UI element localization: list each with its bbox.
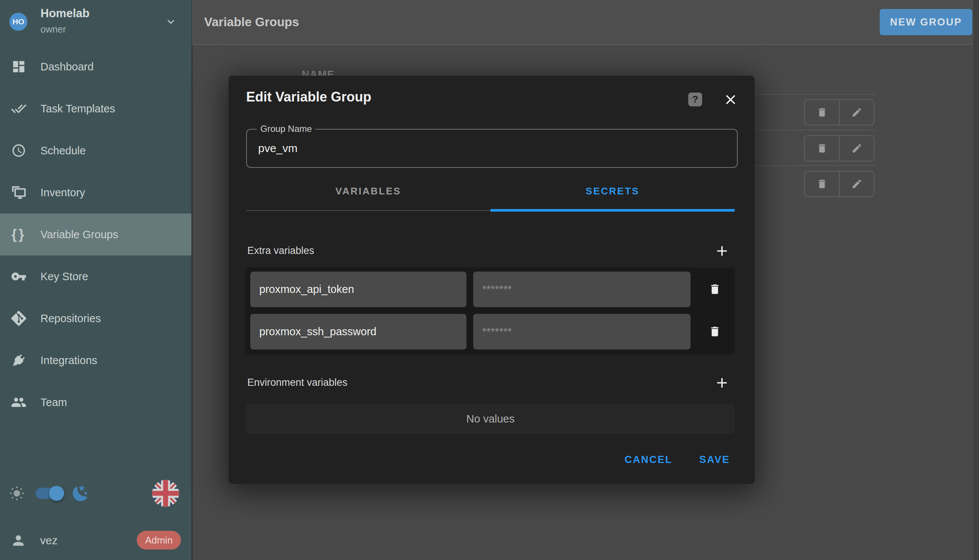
sidebar-item-key-store[interactable]: Key Store bbox=[0, 255, 192, 297]
group-name-field: Group Name bbox=[246, 129, 738, 168]
team-role: owner bbox=[40, 24, 66, 35]
braces-icon: {} bbox=[10, 226, 27, 243]
team-avatar[interactable]: HO bbox=[9, 13, 27, 31]
sidebar-item-label: Key Store bbox=[40, 270, 88, 283]
secret-value-input[interactable] bbox=[473, 314, 690, 350]
table-row-actions bbox=[804, 99, 874, 125]
table-row-actions bbox=[804, 171, 874, 197]
delete-row-button[interactable] bbox=[805, 136, 839, 161]
table-row-divider bbox=[744, 94, 876, 95]
power-plug-icon bbox=[10, 352, 27, 368]
secret-name-input[interactable] bbox=[250, 272, 467, 307]
delete-row-button[interactable] bbox=[805, 172, 839, 196]
delete-row-button[interactable] bbox=[805, 100, 839, 125]
people-icon bbox=[10, 394, 27, 410]
done-all-icon bbox=[10, 100, 27, 117]
clock-icon bbox=[10, 142, 27, 159]
secret-value-input[interactable] bbox=[473, 272, 690, 307]
environment-variables-title: Environment variables bbox=[247, 377, 347, 388]
group-name-input[interactable] bbox=[247, 130, 737, 167]
dashboard-icon bbox=[10, 58, 27, 75]
scrollbar[interactable] bbox=[973, 0, 979, 560]
language-flag-uk[interactable] bbox=[152, 480, 179, 507]
cancel-button[interactable]: CANCEL bbox=[625, 454, 672, 466]
edit-row-button[interactable] bbox=[839, 100, 874, 125]
sidebar: HO Homelab owner Dashboard Task Template… bbox=[0, 0, 192, 560]
delete-secret-button[interactable] bbox=[709, 283, 721, 295]
user-name[interactable]: vez bbox=[40, 534, 58, 547]
help-button[interactable]: ? bbox=[688, 93, 702, 107]
sidebar-item-label: Integrations bbox=[40, 354, 97, 367]
add-environment-variable-button[interactable] bbox=[714, 375, 730, 391]
sidebar-item-label: Task Templates bbox=[40, 103, 115, 115]
sidebar-item-integrations[interactable]: Integrations bbox=[0, 339, 192, 381]
table-row-divider bbox=[744, 130, 876, 130]
sidebar-item-label: Dashboard bbox=[40, 61, 93, 73]
sidebar-item-task-templates[interactable]: Task Templates bbox=[0, 88, 192, 130]
save-button[interactable]: SAVE bbox=[699, 454, 730, 466]
secret-name-field bbox=[250, 314, 467, 350]
top-app-bar: Variable Groups bbox=[192, 0, 979, 45]
tab-active-indicator bbox=[490, 209, 735, 212]
admin-badge: Admin bbox=[137, 531, 181, 550]
sidebar-item-schedule[interactable]: Schedule bbox=[0, 130, 192, 172]
edit-row-button[interactable] bbox=[839, 136, 874, 161]
key-icon bbox=[10, 268, 27, 285]
tab-variables[interactable]: VARIABLES bbox=[246, 170, 490, 212]
secret-name-input[interactable] bbox=[250, 314, 467, 350]
theme-toggle-thumb[interactable] bbox=[49, 486, 64, 501]
delete-secret-button[interactable] bbox=[709, 325, 721, 338]
sidebar-nav: Dashboard Task Templates Schedule bbox=[0, 46, 192, 423]
secret-value-field bbox=[473, 272, 690, 307]
sidebar-item-label: Variable Groups bbox=[40, 228, 118, 241]
sun-icon bbox=[8, 485, 25, 502]
sidebar-item-label: Team bbox=[40, 396, 67, 409]
sidebar-item-dashboard[interactable]: Dashboard bbox=[0, 46, 192, 88]
edit-row-button[interactable] bbox=[839, 172, 874, 196]
team-name: Homelab bbox=[40, 7, 90, 20]
chevron-down-icon[interactable] bbox=[164, 15, 178, 28]
dialog-actions: CANCEL SAVE bbox=[625, 454, 730, 466]
sidebar-item-inventory[interactable]: Inventory bbox=[0, 172, 192, 213]
add-extra-variable-button[interactable] bbox=[714, 243, 730, 259]
sidebar-item-team[interactable]: Team bbox=[0, 381, 192, 423]
tab-secrets[interactable]: SECRETS bbox=[490, 170, 735, 212]
app-window: HO Homelab owner Dashboard Task Template… bbox=[0, 0, 979, 560]
page-title: Variable Groups bbox=[204, 15, 299, 29]
sidebar-item-variable-groups[interactable]: {} Variable Groups bbox=[0, 213, 192, 255]
person-icon bbox=[10, 533, 26, 548]
extra-variables-title: Extra variables bbox=[247, 245, 314, 257]
table-row-actions bbox=[804, 135, 874, 162]
moon-icon bbox=[71, 484, 90, 503]
tab-divider bbox=[246, 210, 490, 211]
table-row-divider bbox=[744, 165, 876, 166]
sidebar-item-label: Repositories bbox=[40, 312, 101, 325]
secret-value-field bbox=[473, 314, 690, 350]
close-icon[interactable] bbox=[723, 92, 739, 108]
sidebar-item-label: Schedule bbox=[40, 145, 86, 157]
edit-variable-group-dialog: Edit Variable Group ? Group Name VARIABL… bbox=[228, 76, 755, 484]
sidebar-divider bbox=[192, 0, 193, 560]
secret-name-field bbox=[250, 272, 467, 307]
sidebar-item-label: Inventory bbox=[40, 187, 85, 199]
git-icon bbox=[10, 310, 27, 327]
dialog-tabs: VARIABLES SECRETS bbox=[246, 170, 735, 212]
no-values-placeholder: No values bbox=[246, 404, 735, 434]
monitor-multiple-icon bbox=[10, 184, 27, 201]
new-group-button[interactable]: NEW GROUP bbox=[880, 9, 972, 35]
dialog-title: Edit Variable Group bbox=[246, 89, 371, 105]
sidebar-item-repositories[interactable]: Repositories bbox=[0, 297, 192, 339]
